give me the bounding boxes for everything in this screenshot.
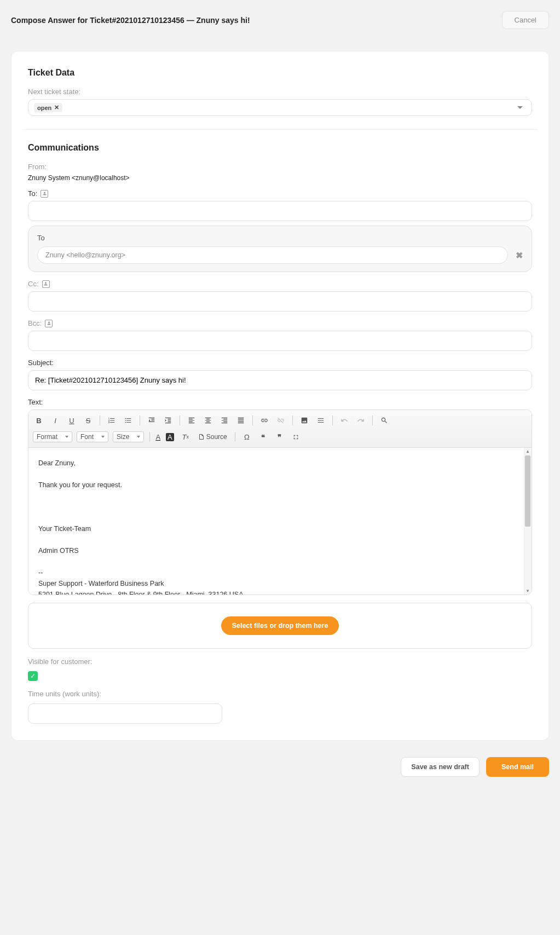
scroll-up-icon[interactable]: ▲ — [524, 448, 532, 455]
body-line: 5201 Blue Lagoon Drive - 8th Floor & 9th… — [38, 589, 522, 595]
find-icon[interactable] — [378, 414, 390, 426]
italic-icon[interactable]: I — [49, 414, 61, 426]
font-combo[interactable]: Font — [77, 431, 108, 442]
send-mail-button[interactable]: Send mail — [486, 757, 549, 777]
separator — [100, 415, 100, 425]
to-recipient-input[interactable] — [37, 246, 508, 264]
caret-icon — [137, 436, 140, 438]
source-button[interactable]: Source — [196, 431, 229, 443]
format-combo[interactable]: Format — [33, 431, 72, 442]
caret-icon — [101, 436, 105, 438]
upload-dropzone[interactable]: Select files or drop them here — [28, 603, 532, 649]
maximize-icon[interactable] — [290, 431, 302, 443]
subject-input[interactable] — [28, 370, 532, 390]
select-files-button[interactable]: Select files or drop them here — [221, 616, 339, 635]
separator — [180, 415, 180, 425]
dropdown-caret-icon — [517, 106, 523, 109]
quote-left-icon[interactable]: ❝ — [257, 431, 269, 443]
separator — [372, 415, 373, 425]
page-title: Compose Answer for Ticket#20210127101234… — [11, 16, 250, 25]
align-center-icon[interactable] — [202, 414, 214, 426]
hr-icon[interactable] — [315, 414, 327, 426]
from-value: Znuny System <znuny@localhost> — [28, 174, 532, 182]
subject-label: Subject: — [28, 359, 54, 367]
bcc-input[interactable] — [28, 331, 532, 351]
save-draft-button[interactable]: Save as new draft — [401, 757, 480, 777]
page-header: Compose Answer for Ticket#20210127101234… — [0, 0, 560, 40]
separator — [140, 415, 140, 425]
separator — [252, 415, 253, 425]
time-units-input[interactable] — [28, 703, 222, 724]
undo-icon[interactable] — [338, 414, 350, 426]
richtext-editor: B I U S — [28, 409, 532, 595]
link-icon[interactable] — [258, 414, 270, 426]
addressbook-icon[interactable] — [42, 280, 50, 288]
quote-right-icon[interactable]: ❞ — [274, 431, 286, 443]
state-tag: open ✕ — [34, 103, 62, 112]
size-combo-label: Size — [117, 433, 129, 441]
editor-body[interactable]: Dear Znuny, Thank you for your request. … — [28, 448, 532, 595]
next-state-label: Next ticket state: — [28, 88, 532, 96]
redo-icon[interactable] — [355, 414, 367, 426]
special-char-icon[interactable]: Ω — [241, 431, 253, 443]
body-line: Thank you for your request. — [38, 480, 522, 490]
align-left-icon[interactable] — [186, 414, 198, 426]
main-card: Ticket Data Next ticket state: open ✕ Co… — [11, 51, 549, 741]
scroll-down-icon[interactable]: ▼ — [524, 587, 532, 595]
communications-title: Communications — [28, 143, 532, 153]
editor-toolbar: B I U S — [28, 410, 532, 448]
body-line: Your Ticket-Team — [38, 523, 522, 534]
visible-checkbox[interactable]: ✓ — [28, 671, 38, 681]
strike-icon[interactable]: S — [82, 414, 94, 426]
caret-icon — [65, 436, 68, 438]
unlink-icon[interactable] — [275, 414, 287, 426]
font-combo-label: Font — [80, 433, 94, 441]
outdent-icon[interactable] — [146, 414, 158, 426]
state-tag-label: open — [37, 105, 51, 111]
state-tag-remove-icon[interactable]: ✕ — [54, 104, 59, 111]
body-line: Super Support - Waterford Business Park — [38, 578, 522, 589]
cancel-button[interactable]: Cancel — [502, 11, 549, 29]
underline-icon[interactable]: U — [66, 414, 78, 426]
text-color-icon[interactable]: A — [155, 431, 161, 443]
editor-content[interactable]: Dear Znuny, Thank you for your request. … — [28, 448, 532, 595]
to-label: To: — [28, 189, 37, 198]
align-right-icon[interactable] — [218, 414, 230, 426]
bold-icon[interactable]: B — [33, 414, 45, 426]
addressbook-icon[interactable] — [45, 320, 53, 327]
body-line: Dear Znuny, — [38, 458, 522, 469]
cc-label: Cc: — [28, 280, 39, 288]
bg-color-icon[interactable]: A — [166, 431, 175, 443]
to-input[interactable] — [28, 201, 532, 221]
scrollbar-thumb[interactable] — [525, 455, 530, 527]
image-icon[interactable] — [298, 414, 310, 426]
next-state-select[interactable]: open ✕ — [28, 99, 532, 116]
from-label: From: — [28, 163, 532, 171]
remove-format-icon[interactable]: Tx — [180, 431, 192, 443]
to-expanded-panel: To ✖ — [28, 226, 532, 272]
bcc-label: Bcc: — [28, 319, 42, 327]
separator — [149, 432, 150, 442]
divider — [22, 129, 538, 130]
align-justify-icon[interactable] — [235, 414, 247, 426]
scrollbar[interactable]: ▲ ▼ — [524, 448, 532, 595]
size-combo[interactable]: Size — [113, 431, 144, 442]
text-label: Text: — [28, 398, 43, 406]
time-units-label: Time units (work units): — [28, 690, 532, 698]
separator — [332, 415, 333, 425]
body-line: Admin OTRS — [38, 545, 522, 556]
source-label: Source — [206, 433, 227, 441]
body-line: -- — [38, 567, 522, 578]
to-expanded-label: To — [37, 234, 523, 242]
remove-recipient-icon[interactable]: ✖ — [516, 250, 523, 261]
separator — [235, 432, 235, 442]
bullet-list-icon[interactable] — [122, 414, 134, 426]
cc-input[interactable] — [28, 291, 532, 311]
footer-actions: Save as new draft Send mail — [0, 752, 560, 799]
separator — [292, 415, 293, 425]
numbered-list-icon[interactable] — [106, 414, 118, 426]
indent-icon[interactable] — [162, 414, 174, 426]
ticket-data-title: Ticket Data — [28, 68, 532, 78]
addressbook-icon[interactable] — [41, 190, 48, 198]
format-combo-label: Format — [37, 433, 57, 441]
